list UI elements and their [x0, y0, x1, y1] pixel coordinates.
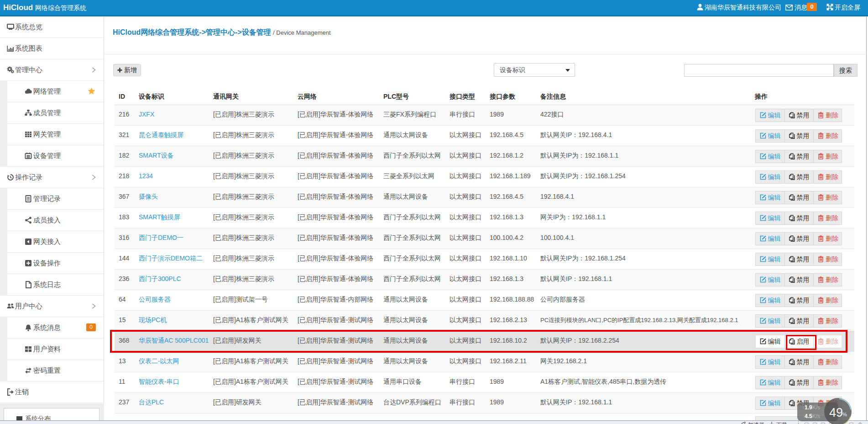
svg-text:%: %: [842, 412, 847, 417]
svg-text:49: 49: [829, 406, 843, 419]
